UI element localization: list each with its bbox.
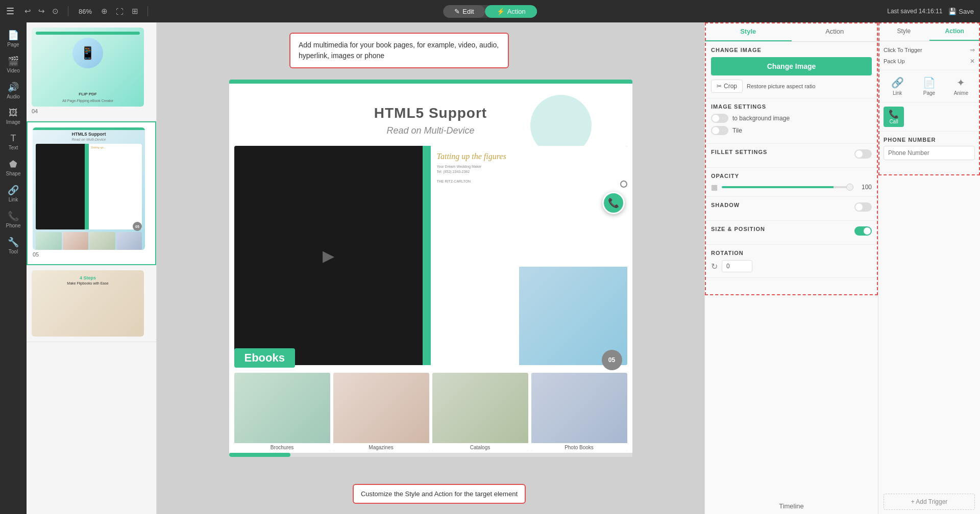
sidebar-label-video: Video xyxy=(7,68,19,73)
restore-button[interactable]: Restore picture aspect ratio xyxy=(747,83,816,89)
shadow-title: SHADOW xyxy=(711,202,740,208)
thumb-page-badge: 05 xyxy=(133,222,142,231)
pack-up-icon: ✕ xyxy=(970,58,975,65)
opacity-title: OPACITY xyxy=(711,173,872,179)
zoom-icon[interactable]: ⊕ xyxy=(99,6,110,17)
action-page[interactable]: 📄 Page xyxy=(915,74,943,98)
save-state-icon[interactable]: ⊙ xyxy=(50,6,61,17)
tile-toggle[interactable] xyxy=(711,126,728,135)
undo-icon[interactable]: ↩ xyxy=(22,6,33,17)
crop-button[interactable]: ✂ Crop xyxy=(711,80,743,93)
size-position-title: SIZE & POSITION xyxy=(711,226,765,232)
change-image-section: CHANGE IMAGE Change Image ✂ Crop Restore… xyxy=(705,42,878,98)
last-saved-label: Last saved 14:16:11 xyxy=(887,8,942,15)
fullscreen-icon[interactable]: ⛶ xyxy=(114,6,126,17)
action-anime[interactable]: ✦ Anime xyxy=(947,74,975,98)
sidebar-label-shape: Shape xyxy=(6,171,21,176)
tab-action[interactable]: ⚡ Action xyxy=(485,5,537,18)
call-label: Call xyxy=(889,119,898,124)
fillet-title: FILLET SETTINGS xyxy=(711,149,767,155)
grid-item-catalogs[interactable]: Catalogs xyxy=(432,373,528,452)
call-section: 📞 Call xyxy=(878,102,980,132)
rotation-icon: ↻ xyxy=(711,262,718,271)
menu-icon[interactable]: ☰ xyxy=(6,6,14,17)
shape-icon: ⬟ xyxy=(9,159,17,170)
opacity-value: 100 xyxy=(857,184,872,191)
sidebar-label-link: Link xyxy=(9,197,18,202)
size-position-header: SIZE & POSITION xyxy=(711,226,872,236)
action-link[interactable]: 🔗 Link xyxy=(884,74,911,98)
sidebar-item-audio[interactable]: 🔊 Audio xyxy=(0,79,27,102)
page-label: Page xyxy=(923,90,935,96)
add-trigger-button[interactable]: + Add Trigger xyxy=(884,494,975,510)
tile-row: Tile xyxy=(711,126,872,135)
far-right-tabs: Style Action xyxy=(878,22,980,41)
fillet-toggle[interactable] xyxy=(854,149,872,159)
sidebar-item-tool[interactable]: 🔧 Tool xyxy=(0,234,27,258)
frp-tab-style[interactable]: Style xyxy=(878,22,929,41)
selection-handle-top[interactable] xyxy=(620,181,627,188)
tab-style[interactable]: Style xyxy=(705,22,792,41)
save-button[interactable]: 💾 Save xyxy=(948,8,974,15)
grid-item-photobooks[interactable]: Photo Books xyxy=(531,373,627,452)
page-thumb-4[interactable]: 📱 FLIP PDF All Page-Flipping eBook Creat… xyxy=(27,22,156,121)
phone-number-input[interactable] xyxy=(884,146,975,160)
phone-section-title: PHONE NUMBER xyxy=(884,137,975,143)
pack-up-label: Pack Up xyxy=(884,58,905,64)
sidebar-item-link[interactable]: 🔗 Link xyxy=(0,182,27,205)
tab-edit[interactable]: ✎ Edit xyxy=(443,5,485,18)
sidebar-item-image[interactable]: 🖼 Image xyxy=(0,105,27,128)
pack-up-row: Pack Up ✕ xyxy=(884,58,975,65)
crop-label: Crop xyxy=(724,83,737,90)
divider2 xyxy=(148,6,148,16)
background-image-label: to background image xyxy=(732,115,790,122)
trigger-arrow-icon: ⇒ xyxy=(970,46,975,54)
shadow-toggle[interactable] xyxy=(854,202,872,212)
left-sidebar: 📄 Page 🎬 Video 🔊 Audio 🖼 Image T Text ⬟ … xyxy=(0,22,27,514)
save-icon: 💾 xyxy=(948,8,957,15)
link-icon: 🔗 xyxy=(8,185,19,196)
book-spread[interactable]: ▶ Tatting up the figures Your Dream Wedd… xyxy=(234,146,627,365)
tooltip-text-1: Add multimedia for your book pages, for … xyxy=(299,41,499,60)
redo-icon[interactable]: ↪ xyxy=(36,6,47,17)
click-trigger-section: Click To Trigger ⇒ Pack Up ✕ xyxy=(878,41,980,70)
grid-item-magazines[interactable]: Magazines xyxy=(333,373,429,452)
call-button[interactable]: 📞 Call xyxy=(884,107,904,127)
page-thumb-5[interactable]: HTML5 Support Read on Multi-Device Tatti… xyxy=(27,121,156,265)
frp-tab-action[interactable]: Action xyxy=(929,22,981,41)
tab-action[interactable]: Action xyxy=(792,22,878,41)
change-image-button[interactable]: Change Image xyxy=(711,57,872,75)
page-icon: 📄 xyxy=(923,76,936,89)
grid-item-brochures[interactable]: Brochures xyxy=(234,373,330,452)
scrollbar-thumb[interactable] xyxy=(229,453,290,457)
rotation-input[interactable] xyxy=(722,260,752,272)
tooltip-text-2: Customize the Style and Action for the t… xyxy=(361,490,518,498)
canvas-content[interactable]: HTML5 Support Read on Multi-Device ▶ Tat… xyxy=(229,80,632,457)
divider xyxy=(68,6,68,16)
size-position-toggle[interactable] xyxy=(854,226,872,236)
canvas-scrollbar[interactable] xyxy=(229,453,632,457)
tooltip-style-action: Customize the Style and Action for the t… xyxy=(353,484,526,504)
sidebar-item-phone[interactable]: 📞 Phone xyxy=(0,208,27,232)
page-thumb-6[interactable]: 4 Steps Make Flipbooks with Ease xyxy=(27,265,156,342)
fillet-header: FILLET SETTINGS xyxy=(711,149,872,159)
sidebar-label-image: Image xyxy=(6,119,20,125)
layout-icon[interactable]: ⊞ xyxy=(130,6,140,17)
phone-number-section: PHONE NUMBER xyxy=(878,132,980,165)
anime-icon: ✦ xyxy=(957,76,965,89)
text-icon: T xyxy=(11,133,16,144)
action-label: Action xyxy=(507,8,526,15)
sidebar-item-video[interactable]: 🎬 Video xyxy=(0,53,27,76)
sidebar-label-phone: Phone xyxy=(6,223,21,228)
selected-phone-element[interactable]: 📞 xyxy=(602,192,625,214)
opacity-slider[interactable] xyxy=(722,186,853,188)
tool-icon: 🔧 xyxy=(8,237,19,248)
canvas-area: Add multimedia for your book pages, for … xyxy=(157,22,704,514)
sidebar-item-shape[interactable]: ⬟ Shape xyxy=(0,156,27,179)
timeline-button[interactable]: Timeline xyxy=(705,498,878,514)
background-toggle[interactable] xyxy=(711,114,728,123)
sidebar-item-page[interactable]: 📄 Page xyxy=(0,27,27,50)
size-position-section: SIZE & POSITION xyxy=(705,221,878,245)
call-icon: 📞 xyxy=(889,109,899,119)
sidebar-item-text[interactable]: T Text xyxy=(0,130,27,153)
